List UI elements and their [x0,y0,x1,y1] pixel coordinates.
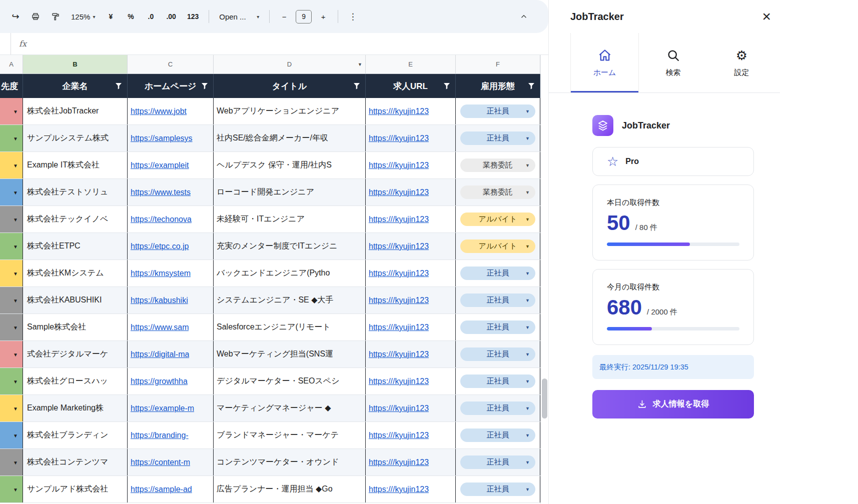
company-cell[interactable]: Example Marketing株 [23,395,128,422]
employment-dropdown[interactable]: 正社員 ▼ [460,402,535,415]
homepage-link[interactable]: https://growthha [131,377,188,386]
employment-cell[interactable]: 正社員 ▼ [456,449,540,476]
homepage-link[interactable]: https://techonova [131,215,192,224]
homepage-link[interactable]: https://example-m [131,404,194,413]
filter-icon[interactable] [528,82,535,90]
homepage-link[interactable]: https://www.sam [131,323,189,332]
increase-decimals-button[interactable]: .00 [162,8,180,26]
job-url-link[interactable]: https:///kyujin123 [369,269,429,278]
company-cell[interactable]: 株式会社JobTracker [23,98,128,124]
column-letter-f[interactable]: F [456,55,540,74]
homepage-link[interactable]: https://branding- [131,431,189,440]
joburl-cell[interactable]: https:///kyujin123 [366,233,456,260]
joburl-cell[interactable]: https:///kyujin123 [366,206,456,232]
priority-cell[interactable]: ▼ [0,179,23,206]
paint-format-button[interactable] [47,8,64,26]
job-url-link[interactable]: https:///kyujin123 [369,431,429,440]
employment-dropdown[interactable]: 業務委託 ▼ [460,186,535,199]
homepage-cell[interactable]: https://sample-ad [128,476,214,502]
employment-dropdown[interactable]: 正社員 ▼ [460,348,535,361]
job-url-link[interactable]: https:///kyujin123 [369,161,429,170]
employment-cell[interactable]: アルバイト ▼ [456,233,540,260]
employment-cell[interactable]: 正社員 ▼ [456,287,540,314]
joburl-cell[interactable]: https:///kyujin123 [366,449,456,476]
close-icon[interactable]: × [759,9,774,24]
number-format-button[interactable]: 123 [183,8,203,26]
priority-cell[interactable]: ▼ [0,341,23,368]
company-cell[interactable]: 株式会社KMシステム [23,260,128,286]
priority-cell[interactable]: ▼ [0,422,23,448]
employment-cell[interactable]: 業務委託 ▼ [456,179,540,206]
decrease-decimals-button[interactable]: .0 [142,8,159,26]
joburl-cell[interactable]: https:///kyujin123 [366,125,456,152]
company-cell[interactable]: サンプルアド株式会社 [23,476,128,502]
company-cell[interactable]: 株式会社ブランディン [23,422,128,448]
employment-dropdown[interactable]: アルバイト ▼ [460,240,535,253]
column-letter-a[interactable]: A [0,55,23,74]
company-cell[interactable]: 株式会社グロースハッ [23,368,128,394]
job-url-link[interactable]: https:///kyujin123 [369,242,429,251]
homepage-link[interactable]: https://samplesys [131,134,193,143]
column-letter-e[interactable]: E [366,55,456,74]
priority-cell[interactable]: ▼ [0,368,23,394]
collapse-toolbar-button[interactable] [515,8,532,26]
company-cell[interactable]: 株式会社ETPC [23,233,128,260]
employment-cell[interactable]: 正社員 ▼ [456,395,540,422]
scrollbar-thumb[interactable] [542,378,547,418]
homepage-link[interactable]: https://kabushiki [131,296,188,305]
title-cell[interactable]: Webアプリケーションエンジニア [214,98,366,124]
filter-icon[interactable] [443,82,450,90]
formula-bar[interactable]: fx [0,33,548,55]
employment-dropdown[interactable]: 正社員 ▼ [460,456,535,469]
job-url-link[interactable]: https:///kyujin123 [369,188,429,197]
homepage-cell[interactable]: https://etpc.co.jp [128,233,214,260]
font-select[interactable]: Open ... ▾ [215,8,263,26]
title-cell[interactable]: ローコード開発エンジニア [214,179,366,206]
vertical-scrollbar[interactable] [540,55,548,504]
priority-cell[interactable]: ▼ [0,476,23,502]
employment-dropdown[interactable]: 正社員 ▼ [460,320,535,334]
zoom-select[interactable]: 125% ▾ [67,8,99,26]
priority-cell[interactable]: ▼ [0,260,23,286]
homepage-link[interactable]: https://content-m [131,458,190,467]
homepage-link[interactable]: https://kmsystem [131,269,191,278]
joburl-cell[interactable]: https:///kyujin123 [366,179,456,206]
homepage-cell[interactable]: https://digital-ma [128,341,214,368]
priority-cell[interactable]: ▼ [0,287,23,314]
employment-cell[interactable]: 正社員 ▼ [456,422,540,448]
company-cell[interactable]: 株式会社テストソリュ [23,179,128,206]
job-url-link[interactable]: https:///kyujin123 [369,404,429,413]
title-cell[interactable]: デジタルマーケター・SEOスペシ [214,368,366,394]
currency-format-button[interactable]: ¥ [102,8,119,26]
employment-dropdown[interactable]: 正社員 ▼ [460,266,535,280]
job-url-link[interactable]: https:///kyujin123 [369,323,429,332]
job-url-link[interactable]: https:///kyujin123 [369,134,429,143]
header-joburl[interactable]: 求人URL [366,74,456,98]
joburl-cell[interactable]: https:///kyujin123 [366,368,456,394]
employment-cell[interactable]: 正社員 ▼ [456,98,540,124]
employment-cell[interactable]: アルバイト ▼ [456,206,540,232]
employment-cell[interactable]: 業務委託 ▼ [456,152,540,178]
homepage-cell[interactable]: https://www.jobt [128,98,214,124]
employment-dropdown[interactable]: 正社員 ▼ [460,294,535,307]
title-cell[interactable]: システムエンジニア・SE ◆大手 [214,287,366,314]
employment-dropdown[interactable]: 正社員 ▼ [460,428,535,442]
job-url-link[interactable]: https:///kyujin123 [369,107,429,116]
homepage-cell[interactable]: https://www.tests [128,179,214,206]
tab-search[interactable]: 検索 [639,33,707,92]
joburl-cell[interactable]: https:///kyujin123 [366,98,456,124]
column-dropdown-icon[interactable]: ▼ [358,62,362,67]
percent-format-button[interactable]: % [122,8,139,26]
title-cell[interactable]: Webマーケティング担当(SNS運 [214,341,366,368]
tab-home[interactable]: ホーム [570,33,639,92]
joburl-cell[interactable]: https:///kyujin123 [366,341,456,368]
company-cell[interactable]: 式会社デジタルマーケ [23,341,128,368]
fetch-jobs-button[interactable]: 求人情報を取得 [592,390,754,418]
title-cell[interactable]: 未経験可・ITエンジニア [214,206,366,232]
employment-cell[interactable]: 正社員 ▼ [456,476,540,502]
header-company[interactable]: 企業名 [23,74,128,98]
homepage-link[interactable]: https://digital-ma [131,350,189,359]
homepage-cell[interactable]: https://kabushiki [128,287,214,314]
homepage-cell[interactable]: https://growthha [128,368,214,394]
homepage-cell[interactable]: https://content-m [128,449,214,476]
